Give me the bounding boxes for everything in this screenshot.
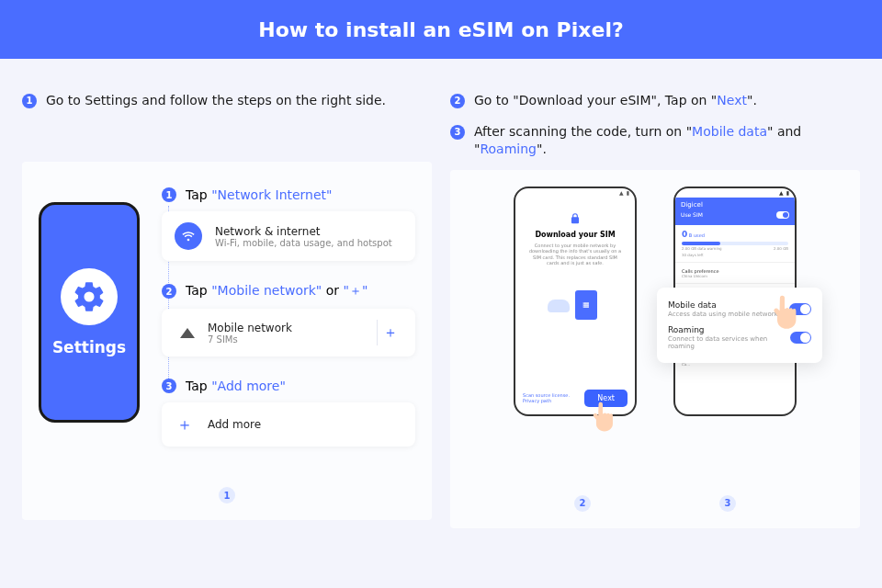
lock-icon	[569, 212, 582, 225]
substep-1: 1 Tap "Network Internet" Network & inter…	[162, 187, 415, 261]
use-sim-row[interactable]: Use SIM	[681, 211, 789, 221]
plus-icon: ＋	[175, 413, 195, 435]
right-instructions: 2 Go to "Download your eSIM", Tap on "Ne…	[450, 77, 860, 159]
row-title: Mobile data	[668, 300, 778, 310]
step-badge: 3	[450, 125, 465, 140]
substep-head: 2 Tap "Mobile network" or "＋"	[162, 283, 415, 300]
bar-labels: 2.00 GB data warning2.00 GB	[682, 246, 788, 251]
mobile-data-phone-wrap: ▲▮ Digicel Use SIM 0 B used 2.00 GB data…	[673, 187, 797, 416]
step-badge: 2	[450, 94, 465, 108]
card-title: Add more	[208, 418, 402, 431]
roaming-toggle[interactable]	[790, 332, 811, 344]
panel-badge-1: 1	[219, 487, 235, 503]
card-subtitle: 7 SIMs	[208, 334, 364, 345]
mobile-network-card[interactable]: Mobile network 7 SIMs ＋	[162, 309, 415, 356]
substep-head: 3 Tap "Add more"	[162, 379, 415, 393]
add-more-card[interactable]: ＋ Add more	[162, 402, 415, 447]
secondary-link[interactable]: Scan source license. Privacy path	[523, 392, 584, 403]
data-usage-section: 0 B used 2.00 GB data warning2.00 GB 30 …	[675, 225, 795, 263]
usage-bar	[682, 242, 788, 245]
substep-text: Tap "Mobile network" or "＋"	[186, 283, 368, 300]
instruction-text: Go to Settings and follow the steps on t…	[46, 92, 386, 110]
card-text: Network & internet Wi-Fi, mobile, data u…	[215, 225, 402, 248]
settings-label: Settings	[52, 338, 126, 356]
substep-head: 1 Tap "Network Internet"	[162, 187, 415, 202]
substep-text: Tap "Add more"	[186, 379, 286, 393]
panel-badge-3: 3	[719, 495, 736, 512]
cloud-icon	[548, 300, 570, 312]
panel-number: 1	[22, 487, 432, 503]
hand-pointer-icon	[589, 401, 616, 435]
usage-amount: 0 B used	[682, 230, 788, 239]
download-body: Download your SIM Connect to your mobile…	[515, 198, 635, 356]
panel-badge-2: 2	[574, 495, 591, 512]
days-left: 30 days left	[682, 253, 788, 257]
hand-pointer-icon	[769, 295, 800, 332]
main-content: 1 Go to Settings and follow the steps on…	[0, 59, 882, 528]
status-bar: ▲▮	[675, 188, 795, 198]
calls-pref-row[interactable]: Calls preference China Unicom	[675, 263, 795, 284]
substep-3: 3 Tap "Add more" ＋ Add more	[162, 379, 415, 447]
instruction-text: After scanning the code, turn on "Mobile…	[474, 123, 860, 159]
status-bar: ▲▮	[515, 188, 635, 198]
instruction-3: 3 After scanning the code, turn on "Mobi…	[450, 123, 860, 159]
download-sim-phone: ▲▮ Download your SIM Connect to your mob…	[514, 187, 637, 416]
right-column: 2 Go to "Download your eSIM", Tap on "Ne…	[450, 77, 860, 528]
substep-text: Tap "Network Internet"	[186, 187, 333, 202]
download-desc: Connect to your mobile network by downlo…	[525, 243, 626, 266]
row-sub: Connect to data services when roaming	[668, 335, 790, 350]
sim-icon: ▦	[575, 290, 597, 320]
sim-header: Digicel Use SIM	[675, 198, 795, 225]
row-sub: Access data using mobile network	[668, 311, 778, 318]
left-column: 1 Go to Settings and follow the steps on…	[22, 77, 432, 528]
card-text: Mobile network 7 SIMs	[208, 322, 364, 345]
page-title: How to install an eSIM on Pixel?	[258, 18, 623, 41]
carrier-name: Digicel	[681, 201, 789, 209]
substep-2: 2 Tap "Mobile network" or "＋" Mobile net…	[162, 283, 415, 356]
settings-phone: Settings	[39, 202, 140, 423]
instruction-2: 2 Go to "Download your eSIM", Tap on "Ne…	[450, 92, 860, 110]
network-internet-card[interactable]: Network & internet Wi-Fi, mobile, data u…	[162, 211, 415, 261]
signal-icon	[180, 328, 195, 338]
instruction-text: Go to "Download your eSIM", Tap on "Next…	[474, 92, 757, 110]
step-badge: 1	[162, 187, 176, 202]
step-badge: 1	[22, 94, 37, 108]
instruction-1: 1 Go to Settings and follow the steps on…	[22, 92, 432, 110]
step-badge: 2	[162, 284, 176, 299]
qr-illustration: ▦	[548, 287, 603, 327]
card-title: Network & internet	[215, 225, 402, 238]
wifi-icon	[175, 222, 202, 250]
gear-icon	[61, 268, 118, 325]
plus-button[interactable]: ＋	[377, 320, 402, 345]
download-phone-wrap: ▲▮ Download your SIM Connect to your mob…	[514, 187, 637, 416]
left-instructions: 1 Go to Settings and follow the steps on…	[22, 77, 432, 151]
panel-2: ▲▮ Download your SIM Connect to your mob…	[450, 170, 860, 528]
panel-numbers: 2 3	[450, 495, 860, 512]
panel-1: Settings 1 Tap "Network Internet" Networ…	[22, 162, 432, 520]
download-title: Download your SIM	[525, 231, 626, 239]
page-header: How to install an eSIM on Pixel?	[0, 0, 882, 59]
step-badge: 3	[162, 379, 176, 393]
card-subtitle: Wi-Fi, mobile, data usage, and hotspot	[215, 238, 402, 248]
row-value: China Unicom	[682, 274, 788, 278]
toggle-on-icon[interactable]	[776, 211, 789, 219]
card-title: Mobile network	[208, 322, 364, 334]
substeps: 1 Tap "Network Internet" Network & inter…	[162, 187, 415, 447]
card-text: Add more	[208, 418, 402, 431]
row-text: Mobile data Access data using mobile net…	[668, 300, 778, 318]
